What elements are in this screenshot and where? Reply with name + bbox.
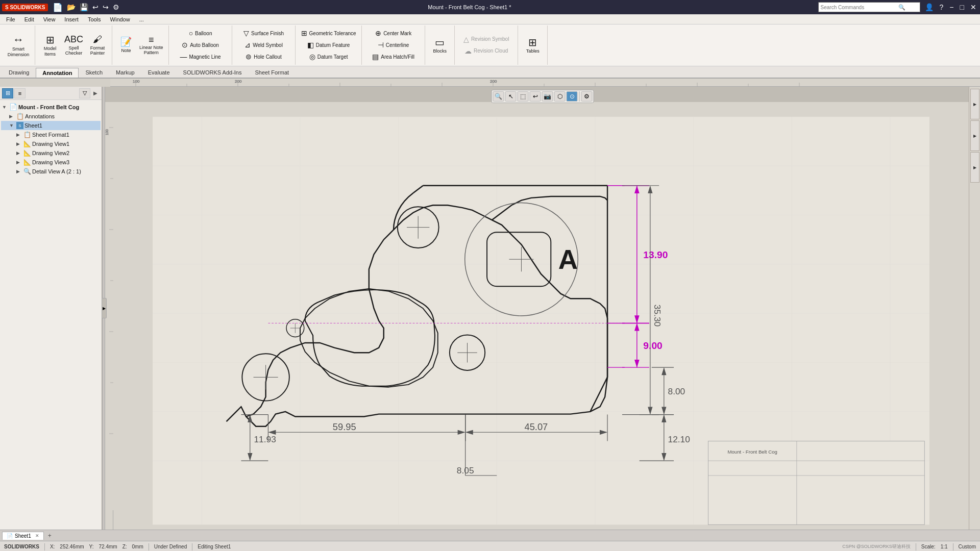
- zoom-area-btn[interactable]: ⬚: [518, 91, 529, 102]
- menu-tools[interactable]: Tools: [84, 15, 105, 23]
- tree-item-drawingview1[interactable]: ▶ 📐 Drawing View1: [1, 139, 101, 148]
- blocks-btn[interactable]: ▭ Blocks: [429, 28, 451, 63]
- redo-btn[interactable]: ↪: [101, 3, 110, 11]
- dim-59-95: 59.95: [333, 421, 356, 432]
- view-selector-btn[interactable]: 📷: [542, 91, 553, 102]
- collapse-handle[interactable]: ▶: [102, 298, 107, 318]
- tree-item-sheetformat1[interactable]: ▶ 📋 Sheet Format1: [1, 130, 101, 139]
- hole-callout-btn[interactable]: ⊚ Hole Callout: [236, 52, 292, 63]
- tab-evaluate[interactable]: Evaluate: [141, 67, 177, 78]
- detail-icon: 🔍: [23, 168, 31, 175]
- maximize-btn[interactable]: □: [959, 3, 966, 11]
- tree-item-detailview[interactable]: ▶ 🔍 Detail View A (2 : 1): [1, 167, 101, 176]
- dv3-label: Drawing View3: [32, 159, 69, 165]
- status-sep-3: [192, 543, 192, 550]
- menu-window[interactable]: Window: [106, 15, 134, 23]
- menu-insert[interactable]: Insert: [60, 15, 83, 23]
- datum-feature-btn[interactable]: ◧ Datum Feature: [301, 40, 357, 51]
- menu-file[interactable]: File: [2, 15, 19, 23]
- tab-markup[interactable]: Markup: [109, 67, 141, 78]
- tree-item-annotations[interactable]: ▶ 📋 Annotations: [1, 112, 101, 121]
- tree-item-sheet1[interactable]: ▼ S Sheet1: [1, 121, 101, 130]
- tables-btn[interactable]: ⊞ Tables: [522, 28, 544, 63]
- tab-annotation[interactable]: Annotation: [36, 68, 79, 78]
- zoom-to-fit-btn[interactable]: 🔍: [493, 91, 504, 102]
- tab-sketch[interactable]: Sketch: [79, 67, 109, 78]
- root-expand: ▼: [2, 105, 8, 110]
- menu-view[interactable]: View: [39, 15, 60, 23]
- magnetic-line-icon: —: [180, 53, 187, 61]
- svg-text:Mount - Front Belt Cog: Mount - Front Belt Cog: [728, 449, 777, 455]
- center-mark-label: Center Mark: [383, 31, 411, 37]
- view-settings-btn[interactable]: ⚙: [581, 91, 593, 102]
- sheet-tabs-bar: 📄 Sheet1 ✕ +: [0, 530, 980, 541]
- sheet-tab-label: Sheet1: [15, 533, 31, 539]
- format-painter-icon: 🖌: [93, 34, 102, 45]
- model-items-btn[interactable]: ⊞ ModelItems: [39, 28, 61, 63]
- expand-tree-btn[interactable]: ▶: [91, 88, 100, 98]
- magnetic-line-btn[interactable]: — Magnetic Line: [173, 52, 229, 63]
- area-hatch-btn[interactable]: ▤ Area Hatch/Fill: [365, 52, 422, 63]
- tables-label: Tables: [526, 48, 540, 54]
- dim-12-10: 12.10: [668, 434, 690, 444]
- search-input[interactable]: [821, 5, 897, 10]
- centerline-btn[interactable]: ⊣ Centerline: [365, 40, 422, 51]
- app-status: SOLIDWORKS: [4, 544, 39, 549]
- close-btn[interactable]: ✕: [969, 3, 978, 11]
- tree-item-drawingview3[interactable]: ▶ 📐 Drawing View3: [1, 158, 101, 167]
- select-btn[interactable]: ↖: [505, 91, 517, 102]
- view-options-btn[interactable]: ⊙: [567, 91, 578, 102]
- menu-more[interactable]: ...: [135, 15, 148, 23]
- dv1-icon: 📐: [23, 140, 31, 147]
- tab-drawing[interactable]: Drawing: [2, 67, 36, 78]
- hole-callout-label: Hole Callout: [254, 54, 281, 60]
- sheet-tab-sheet1[interactable]: 📄 Sheet1 ✕: [2, 532, 44, 540]
- help-icon[interactable]: ?: [938, 3, 945, 11]
- tree-item-root[interactable]: ▼ 📄 Mount - Front Belt Cog: [1, 102, 101, 112]
- root-icon: 📄: [9, 103, 17, 111]
- cad-drawing: 13.90 35.30: [113, 102, 969, 530]
- geometric-tolerance-btn[interactable]: ⊞ Geometric Tolerance: [299, 28, 358, 39]
- spell-label: SpellChecker: [65, 45, 83, 57]
- display-style-btn[interactable]: ⬡: [554, 91, 566, 102]
- save-btn[interactable]: 💾: [78, 3, 90, 11]
- tree-item-drawingview2[interactable]: ▶ 📐 Drawing View2: [1, 148, 101, 158]
- weld-symbol-btn[interactable]: ⊿ Weld Symbol: [236, 40, 292, 51]
- annotations-icon: 📋: [16, 113, 24, 120]
- center-mark-btn[interactable]: ⊕ Center Mark: [365, 28, 422, 39]
- feature-tree-view-btn[interactable]: ⊞: [2, 88, 13, 98]
- settings-btn[interactable]: ⚙: [111, 3, 121, 11]
- minimize-btn[interactable]: −: [948, 3, 955, 11]
- spell-checker-btn[interactable]: ABC SpellChecker: [62, 28, 85, 63]
- linear-note-btn[interactable]: ≡ Linear NotePattern: [137, 28, 165, 63]
- right-tab-3[interactable]: ▶: [970, 152, 979, 183]
- rotate-btn[interactable]: ↩: [530, 91, 541, 102]
- tab-sheet-format[interactable]: Sheet Format: [248, 67, 296, 78]
- undo-btn[interactable]: ↩: [91, 3, 100, 11]
- format-painter-btn[interactable]: 🖌 FormatPainter: [86, 28, 109, 63]
- right-tab-1[interactable]: ▶: [970, 89, 979, 119]
- surface-finish-btn[interactable]: ▽ Surface Finish: [236, 28, 292, 39]
- search-bar[interactable]: 🔍: [818, 2, 920, 12]
- open-btn[interactable]: 📂: [65, 3, 77, 11]
- new-btn[interactable]: 📄: [51, 3, 64, 12]
- add-sheet-btn[interactable]: +: [46, 531, 54, 540]
- balloon-btn[interactable]: ○ Balloon: [173, 28, 229, 39]
- datum-target-btn[interactable]: ◎ Datum Target: [301, 52, 357, 63]
- menu-edit[interactable]: Edit: [20, 15, 38, 23]
- auto-balloon-btn[interactable]: ⊙ Auto Balloon: [173, 40, 229, 51]
- revision-cloud-btn[interactable]: ☁ Revision Cloud: [458, 45, 514, 57]
- filter-btn[interactable]: ▽: [79, 88, 90, 98]
- note-btn[interactable]: 📝 Note: [116, 28, 136, 63]
- z-coord-label: Z:: [122, 544, 127, 549]
- sheet1-icon: S: [16, 122, 23, 129]
- sheet-tab-close[interactable]: ✕: [35, 533, 39, 538]
- tab-solidworks-addins[interactable]: SOLIDWORKS Add-Ins: [177, 67, 249, 78]
- revision-symbol-btn[interactable]: △ Revision Symbol: [458, 34, 514, 45]
- user-icon[interactable]: 👤: [923, 3, 935, 11]
- right-tab-2[interactable]: ▶: [970, 120, 979, 151]
- smart-dimension-icon: ↔: [13, 33, 24, 46]
- property-manager-btn[interactable]: ≡: [14, 88, 26, 98]
- smart-dimension-btn[interactable]: ↔ SmartDimension: [5, 28, 32, 63]
- root-label: Mount - Front Belt Cog: [18, 104, 79, 110]
